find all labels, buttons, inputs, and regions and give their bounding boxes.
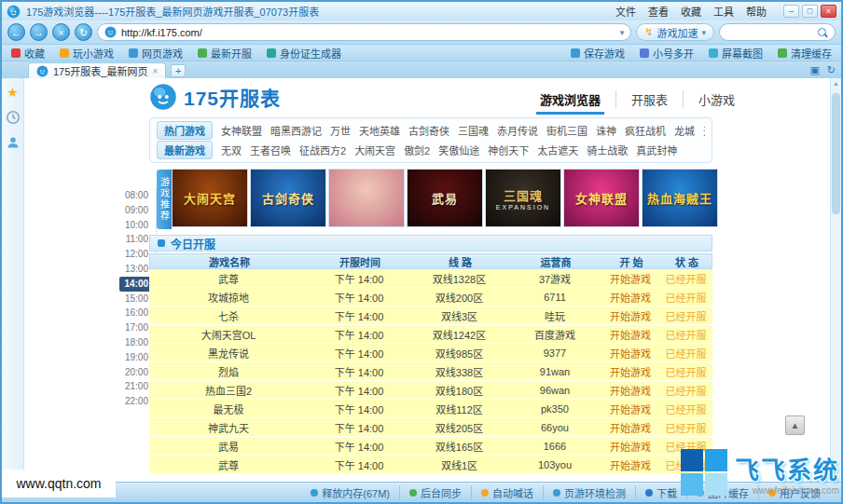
start-game-link[interactable]: 开始游戏	[601, 383, 659, 398]
server-line-cell[interactable]: 双线165区	[410, 439, 508, 454]
server-line-cell[interactable]: 双线1区	[410, 457, 508, 472]
start-game-link[interactable]: 开始游戏	[601, 290, 659, 305]
game-name-cell[interactable]: 攻城掠地	[149, 290, 308, 305]
restore-page-icon[interactable]: ▣	[809, 64, 819, 76]
site-nav-item[interactable]: 开服表	[615, 90, 683, 108]
hot-game-link[interactable]: 天之刃	[703, 123, 705, 138]
game-name-cell[interactable]: 武尊	[149, 271, 308, 286]
start-game-link[interactable]: 开始游戏	[601, 420, 659, 435]
game-banner[interactable]: 古剑奇侠	[250, 169, 326, 227]
game-name-cell[interactable]: 神武九天	[149, 420, 308, 435]
minimize-button[interactable]: –	[783, 5, 799, 18]
scroll-to-top-button[interactable]: ▲	[785, 415, 805, 435]
game-name-cell[interactable]: 热血三国2	[149, 383, 308, 398]
new-tab-button[interactable]: +	[171, 64, 186, 77]
game-name-cell[interactable]: 武尊	[149, 457, 308, 472]
quickbar-item[interactable]: 收藏	[11, 46, 45, 61]
start-game-link[interactable]: 开始游戏	[601, 364, 659, 379]
hot-game-link[interactable]: 天地英雄	[359, 123, 400, 138]
scrollbar-thumb[interactable]	[832, 93, 840, 214]
hot-game-link[interactable]: 古剑奇侠	[408, 123, 449, 138]
start-game-link[interactable]: 开始游戏	[601, 327, 659, 342]
tab-close-icon[interactable]: ×	[152, 66, 158, 76]
new-game-link[interactable]: 王者召唤	[250, 143, 291, 157]
new-game-link[interactable]: 笑傲仙途	[438, 143, 479, 157]
history-clock-icon[interactable]	[6, 110, 21, 125]
game-banner[interactable]: 三国魂 EXPANSION	[485, 169, 561, 227]
menu-item[interactable]: 文件	[615, 4, 636, 19]
menu-item[interactable]: 帮助	[746, 4, 767, 19]
site-nav-item[interactable]: 游戏浏览器	[525, 90, 615, 108]
new-game-link[interactable]: 骑士战歌	[587, 143, 628, 157]
page-scrollbar[interactable]: ▲ ▼	[830, 78, 841, 482]
close-button[interactable]: ×	[821, 5, 836, 18]
server-line-cell[interactable]: 双线205区	[410, 420, 508, 435]
statusbar-item[interactable]: 页游环境检测	[543, 485, 635, 500]
time-slot[interactable]: 09:00	[119, 203, 156, 218]
search-icon[interactable]	[817, 27, 828, 38]
quickbar-item[interactable]: 最新开服	[198, 46, 252, 61]
start-game-link[interactable]: 开始游戏	[601, 308, 659, 323]
new-game-link[interactable]: 大闹天宫	[354, 143, 395, 157]
accelerator-dropdown-icon[interactable]: ▾	[701, 28, 706, 37]
quickbar-item[interactable]: 玩小游戏	[60, 46, 114, 61]
scroll-up-icon[interactable]: ▲	[831, 80, 841, 87]
new-game-link[interactable]: 真武封神	[636, 143, 677, 157]
game-banner[interactable]: 热血海贼王	[642, 169, 718, 227]
menu-item[interactable]: 查看	[648, 4, 669, 19]
stop-button[interactable]: ×	[52, 23, 70, 41]
game-name-cell[interactable]: 最无极	[149, 402, 308, 416]
game-name-cell[interactable]: 武易	[149, 439, 308, 454]
search-input[interactable]	[726, 27, 813, 38]
new-game-link[interactable]: 无双	[221, 143, 242, 157]
game-recommend-tab[interactable]: 游戏推荐	[157, 170, 172, 229]
game-banner[interactable]: 武易	[407, 169, 483, 227]
url-input[interactable]	[121, 27, 615, 38]
game-name-cell[interactable]: 烈焰	[149, 364, 308, 379]
game-banner[interactable]	[328, 169, 405, 227]
statusbar-item[interactable]: 释放内存(67M)	[301, 485, 399, 500]
game-name-cell[interactable]: 七杀	[149, 308, 308, 323]
hot-game-link[interactable]: 万世	[330, 123, 351, 138]
reload-page-icon[interactable]: ↻	[827, 64, 836, 76]
hot-game-link[interactable]: 暗黑西游记	[270, 123, 322, 138]
start-game-link[interactable]: 开始游戏	[601, 457, 659, 472]
game-accelerator-button[interactable]: ↯ 游戏加速 ▾	[636, 23, 714, 41]
user-profile-icon[interactable]	[6, 135, 21, 150]
quickbar-item[interactable]: 小号多开	[640, 46, 694, 61]
server-line-cell[interactable]: 双线200区	[410, 290, 508, 305]
new-game-link[interactable]: 傲剑2	[404, 143, 430, 157]
hot-game-link[interactable]: 龙城	[674, 123, 695, 138]
refresh-button[interactable]: ↻	[75, 23, 92, 41]
statusbar-item[interactable]: 后台同步	[399, 485, 471, 500]
server-line-cell[interactable]: 双线1328区	[410, 271, 508, 286]
start-game-link[interactable]: 开始游戏	[601, 346, 659, 361]
favorites-star-icon[interactable]: ★	[7, 85, 19, 100]
server-line-cell[interactable]: 双线180区	[410, 383, 508, 398]
hot-game-link[interactable]: 赤月传说	[497, 123, 538, 138]
menu-item[interactable]: 工具	[713, 4, 734, 19]
server-line-cell[interactable]: 双线1242区	[410, 327, 508, 342]
menu-item[interactable]: 收藏	[681, 4, 701, 19]
game-banner[interactable]: 女神联盟	[563, 169, 640, 227]
server-line-cell[interactable]: 双线985区	[410, 346, 508, 361]
time-slot[interactable]: 10:00	[119, 218, 156, 233]
start-game-link[interactable]: 开始游戏	[601, 402, 659, 416]
site-nav-item[interactable]: 小游戏	[683, 90, 750, 108]
hot-game-link[interactable]: 诛神	[596, 123, 616, 138]
quickbar-item[interactable]: 保存游戏	[571, 46, 625, 61]
new-game-link[interactable]: 神创天下	[488, 143, 529, 157]
game-name-cell[interactable]: 大闹天宫OL	[149, 327, 308, 342]
new-game-link[interactable]: 太古遮天	[537, 143, 578, 157]
hot-game-link[interactable]: 女神联盟	[221, 123, 262, 138]
start-game-link[interactable]: 开始游戏	[601, 439, 659, 454]
hot-game-link[interactable]: 三国魂	[458, 123, 489, 138]
statusbar-item[interactable]: 自动喊话	[471, 485, 543, 500]
hot-game-link[interactable]: 街机三国	[546, 123, 587, 138]
quickbar-item[interactable]: 清理缓存	[778, 46, 832, 61]
hot-game-link[interactable]: 疯狂战机	[625, 123, 666, 138]
quickbar-item[interactable]: 屏幕截图	[709, 46, 763, 61]
forward-button[interactable]: →	[30, 23, 48, 41]
server-line-cell[interactable]: 双线3区	[410, 308, 508, 323]
url-dropdown-icon[interactable]: ▾	[620, 28, 625, 37]
